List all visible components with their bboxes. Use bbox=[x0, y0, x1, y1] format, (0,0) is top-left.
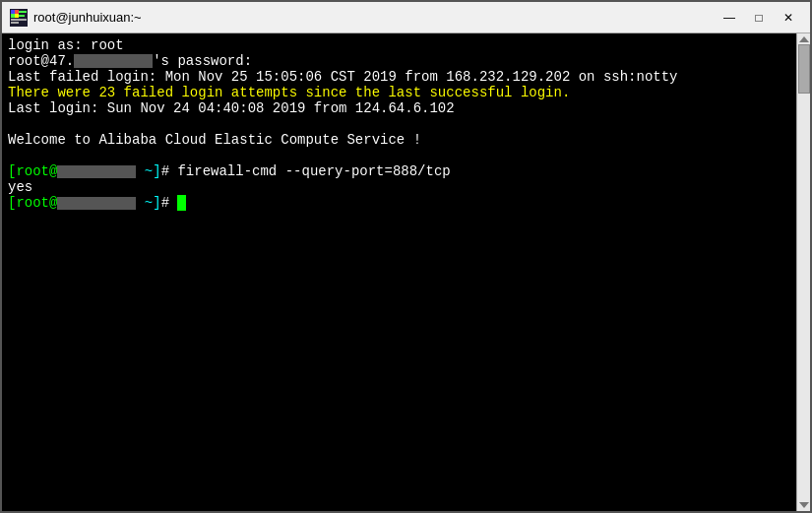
prompt-line-2: [root@ ~]# bbox=[8, 195, 790, 211]
line-last-login: Last login: Sun Nov 24 04:40:08 2019 fro… bbox=[8, 100, 790, 116]
scrollbar[interactable] bbox=[796, 33, 810, 511]
minimize-button[interactable]: — bbox=[716, 7, 743, 29]
prompt-line-1: [root@ ~]# firewall-cmd --query-port=888… bbox=[8, 163, 790, 179]
prompt-user-2: [root@ bbox=[8, 195, 136, 211]
svg-rect-2 bbox=[15, 10, 19, 14]
svg-rect-5 bbox=[19, 11, 27, 13]
line-there-were: There were 23 failed login attempts sinc… bbox=[8, 85, 790, 100]
svg-rect-4 bbox=[15, 14, 19, 18]
window-controls: — □ ✕ bbox=[716, 7, 802, 29]
prompt-hash-2: # bbox=[161, 195, 178, 211]
line-blank1 bbox=[8, 116, 790, 132]
cursor bbox=[177, 195, 186, 211]
svg-rect-1 bbox=[11, 10, 15, 14]
window: root@junhuixuan:~ — □ ✕ login as: root r… bbox=[0, 0, 812, 513]
terminal-window: root@junhuixuan:~ — □ ✕ login as: root r… bbox=[0, 0, 812, 513]
maximize-button[interactable]: □ bbox=[745, 7, 773, 29]
redacted-hostname-1 bbox=[74, 54, 153, 68]
line-welcome: Welcome to Alibaba Cloud Elastic Compute… bbox=[8, 132, 790, 148]
terminal-icon bbox=[10, 9, 28, 27]
main-area: login as: root root@47. 's password: Las… bbox=[2, 33, 810, 511]
terminal-area[interactable]: login as: root root@47. 's password: Las… bbox=[2, 33, 796, 511]
scrollbar-down-arrow[interactable] bbox=[799, 502, 809, 508]
prompt-hash-1: # bbox=[161, 163, 178, 179]
svg-rect-8 bbox=[11, 22, 19, 24]
line-password: root@47. 's password: bbox=[8, 53, 790, 69]
line-login-as: login as: root bbox=[8, 37, 790, 53]
svg-rect-7 bbox=[11, 19, 27, 21]
prompt-tilde-1: ~] bbox=[136, 163, 160, 179]
line-yes: yes bbox=[8, 179, 790, 195]
line-last-failed: Last failed login: Mon Nov 25 15:05:06 C… bbox=[8, 69, 790, 85]
line-blank2 bbox=[8, 148, 790, 163]
window-title: root@junhuixuan:~ bbox=[33, 10, 142, 25]
prompt-user-1: [root@ bbox=[8, 163, 136, 179]
scrollbar-thumb[interactable] bbox=[798, 44, 810, 94]
prompt-cmd-1: firewall-cmd --query-port=888/tcp bbox=[177, 163, 450, 179]
svg-rect-3 bbox=[11, 14, 15, 18]
title-bar-left: root@junhuixuan:~ bbox=[10, 9, 142, 27]
prompt-tilde-2: ~] bbox=[136, 195, 160, 211]
svg-rect-6 bbox=[19, 15, 25, 17]
close-button[interactable]: ✕ bbox=[775, 7, 802, 29]
title-bar: root@junhuixuan:~ — □ ✕ bbox=[2, 2, 810, 33]
